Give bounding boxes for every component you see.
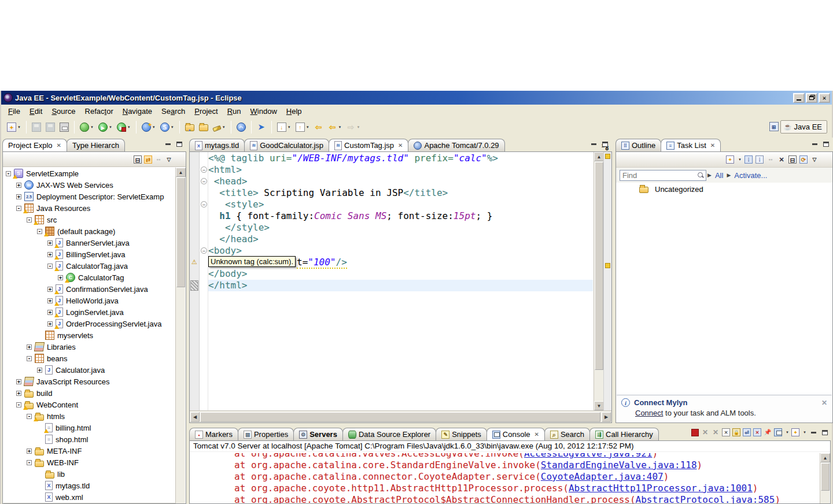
editor-vertical-scrollbar[interactable]: ▲ ▼ [594,152,603,410]
activate-link[interactable]: Activate... [734,171,767,180]
tab-data-source-explorer[interactable]: Data Source Explorer [342,428,436,440]
expand-icon[interactable]: + [16,391,21,396]
project-tree[interactable]: -ServletExample+JAX-WS Web Services+Depl… [3,168,175,503]
collapse-icon[interactable]: - [27,217,32,223]
close-tab-icon[interactable]: ✕ [710,142,715,149]
code-line[interactable]: h1 { font-family:Comic Sans MS; font-siz… [208,210,593,222]
expand-icon[interactable]: + [47,310,53,315]
task-list-maximize-button[interactable] [821,140,831,148]
tab-snippets[interactable]: Snippets [436,428,487,440]
warning-marker[interactable] [605,263,610,268]
tree-item-build[interactable]: +build [3,387,175,399]
code-line[interactable]: <head> [208,176,593,187]
soap-service-button[interactable]: ▼ [159,121,176,134]
tab-customtag-jsp[interactable]: CustomTag.jsp✕ [329,139,408,151]
explorer-scrollbar[interactable]: ▲ [175,168,185,503]
export-folder-button[interactable] [197,121,210,133]
last-edit-location-button[interactable] [312,121,325,134]
debug-button[interactable]: ▼ [78,121,95,134]
expand-icon[interactable]: + [16,194,21,199]
new-task-dropdown-arrow[interactable]: ▼ [738,158,742,161]
editor-minimize-button[interactable] [589,140,598,148]
back-history-button[interactable]: ▼ [326,121,344,134]
fold-collapse-icon[interactable]: − [201,178,207,184]
code-line[interactable]: <body> [208,245,593,257]
minimize-window-button[interactable] [793,93,805,103]
expand-icon[interactable]: + [47,252,53,257]
scroll-down-button[interactable]: ▼ [594,401,604,410]
tree-item-web-xml[interactable]: web.xml [3,491,175,503]
import-folder-button[interactable] [183,121,196,133]
collapse-icon[interactable]: - [6,171,11,176]
console-minimize-button[interactable] [809,428,818,436]
tree-item-java-resources[interactable]: -Java Resources [3,202,175,214]
tree-item-shop-html[interactable]: shop.html [3,433,175,445]
editor-maximize-button[interactable] [600,140,610,148]
close-tab-icon[interactable]: ✕ [535,431,539,438]
task-list-minimize-button[interactable] [810,140,819,148]
collapse-all-icon[interactable] [134,155,142,164]
tree-item-javascript-resources[interactable]: +JavaScript Resources [3,376,175,387]
focus-on-workweek-icon[interactable] [766,155,775,164]
close-window-button[interactable]: ✕ [819,93,830,103]
new-wizard-button[interactable]: ▼ [5,121,23,134]
tree-item-billingservlet-java[interactable]: +BillingServlet.java [3,249,175,260]
tab-type-hierarch[interactable]: Type Hierarch [67,139,125,151]
tab-goodcalculator-jsp[interactable]: GoodCalculator.jsp [244,139,329,151]
fold-collapse-icon[interactable]: − [201,201,207,207]
new-task-icon[interactable] [726,155,734,164]
tree-item-calculatortag[interactable]: +CalculatorTag [3,272,175,283]
menu-source[interactable]: Source [47,106,80,117]
word-wrap-icon[interactable] [743,428,751,436]
tab-markers[interactable]: Markers [189,428,238,440]
tree-item-orderprocessingservlet-java[interactable]: +OrderProcessingServlet.java [3,318,175,329]
menu-search[interactable]: Search [157,106,190,117]
display-console-dropdown-arrow[interactable]: ▼ [786,431,789,434]
tree-item-meta-inf[interactable]: +META-INF [3,445,175,457]
scroll-right-button[interactable]: ▶ [602,412,611,422]
expand-icon[interactable]: + [47,240,53,246]
display-console-icon[interactable] [774,428,782,436]
tree-item-webcontent[interactable]: -WebContent [3,399,175,410]
explorer-maximize-button[interactable] [175,140,184,148]
next-annotation-button[interactable]: ▼ [275,121,293,134]
stack-source-link[interactable]: CoyoteAdapter.java:407 [541,471,664,482]
tab-mytags-tld[interactable]: mytags.tld [189,139,245,151]
terminate-icon[interactable] [691,429,699,436]
expand-icon[interactable]: + [16,379,21,384]
console-output[interactable]: at org.apache.catalina.valves.AccessLogV… [190,453,820,503]
save-button[interactable] [30,121,43,134]
explorer-view-menu-icon[interactable] [165,155,173,164]
tree-item-helloworld-java[interactable]: +HelloWorld.java [3,295,175,306]
title-bar[interactable]: Java EE - ServletExample/WebContent/Cust… [1,91,832,105]
tree-item-default-package[interactable]: -(default package) [3,225,175,237]
collapse-icon[interactable]: - [16,402,21,407]
collapse-icon[interactable]: - [16,206,21,211]
folding-ruler[interactable] [200,152,208,410]
tab-outline[interactable]: Outline [615,139,661,151]
open-perspective-icon[interactable] [769,122,779,131]
expand-icon[interactable]: + [37,368,42,373]
mylyn-close-icon[interactable]: ✕ [821,399,827,407]
fold-collapse-icon[interactable]: − [201,166,207,173]
run-configurations-button[interactable]: ▼ [115,121,132,134]
pin-console-icon[interactable] [764,428,772,436]
tab-call-hierarchy[interactable]: Call Hierarchy [589,428,659,440]
tree-item-deployment-descriptor-servletexamp[interactable]: +Deployment Descriptor: ServletExamp [3,191,175,202]
scroll-up-button[interactable]: ▲ [594,152,604,161]
show-on-output-icon[interactable] [753,428,761,436]
overview-ruler[interactable] [603,152,611,410]
editor-horizontal-scrollbar[interactable]: ◀ ▶ [190,410,611,423]
scroll-thumb[interactable] [595,162,603,370]
remove-launch-icon[interactable] [701,428,709,436]
tree-item-jax-ws-web-services[interactable]: +JAX-WS Web Services [3,179,175,191]
find-input[interactable] [620,170,706,181]
collapse-icon[interactable]: - [47,264,53,269]
tab-project-explo[interactable]: Project Explo✕ [2,139,67,151]
tree-item-calculator-java[interactable]: +Calculator.java [3,364,175,376]
menu-file[interactable]: File [3,106,25,117]
tab-apache-tomcat-7-0-29[interactable]: Apache Tomcat/7.0.29 [408,139,504,151]
explorer-minimize-button[interactable] [163,140,172,148]
console-scrollbar[interactable]: ▲ [820,453,830,503]
scroll-left-button[interactable]: ◀ [190,412,200,422]
